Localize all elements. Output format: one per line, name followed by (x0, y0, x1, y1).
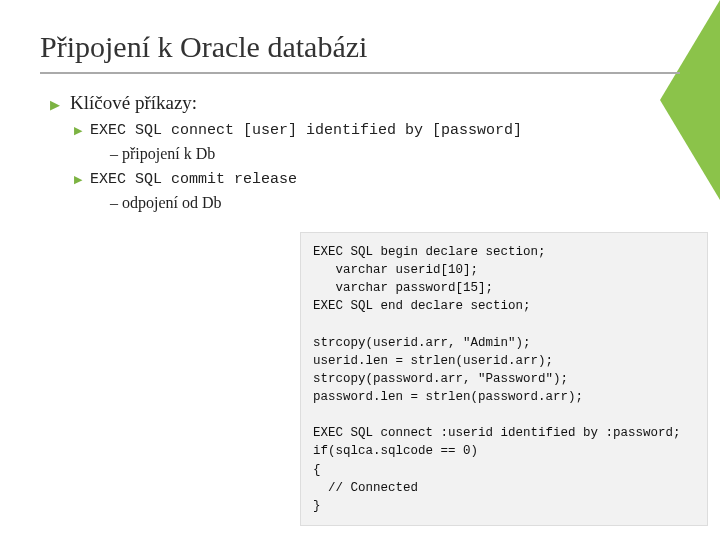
bullet-text: – připojení k Db (110, 145, 215, 163)
bullet-arrow-icon: ▶ (50, 97, 60, 113)
bullet-level2: ▶ EXEC SQL connect [user] identified by … (74, 122, 680, 139)
code-block: EXEC SQL begin declare section; varchar … (300, 232, 708, 526)
bullet-text: Klíčové příkazy: (70, 92, 197, 114)
bullet-text: – odpojení od Db (110, 194, 222, 212)
code-inline: EXEC SQL connect [user] identified by [p… (90, 122, 522, 139)
bullet-level3: – připojení k Db (110, 145, 680, 163)
code-inline: EXEC SQL commit release (90, 171, 297, 188)
bullet-arrow-icon: ▶ (74, 124, 82, 137)
bullet-level1: ▶ Klíčové příkazy: (50, 92, 680, 114)
bullet-arrow-icon: ▶ (74, 173, 82, 186)
bullet-level3: – odpojení od Db (110, 194, 680, 212)
slide-content: Připojení k Oracle databázi ▶ Klíčové př… (0, 0, 720, 240)
slide-title: Připojení k Oracle databázi (40, 30, 680, 74)
bullet-level2: ▶ EXEC SQL commit release (74, 171, 680, 188)
